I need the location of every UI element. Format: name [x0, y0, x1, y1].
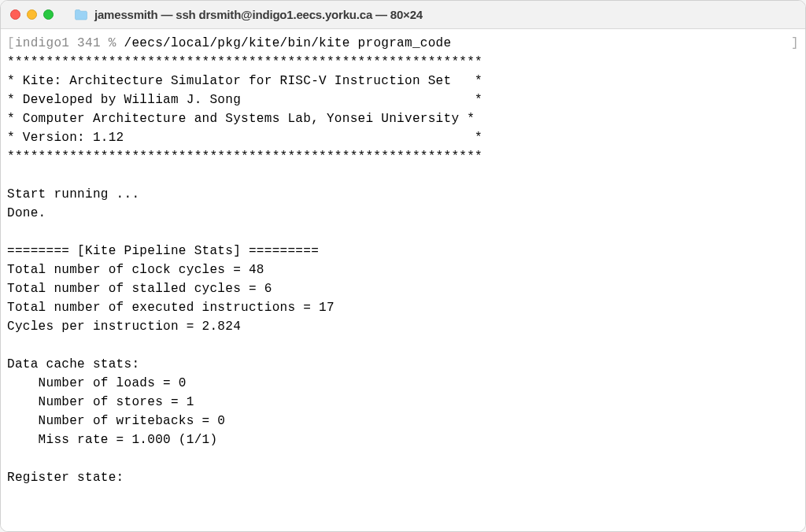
- banner-line: * Kite: Architecture Simulator for RISC-…: [7, 74, 482, 88]
- banner-line: * Version: 1.12 *: [7, 131, 482, 145]
- prompt-bracket-left: [: [7, 36, 15, 50]
- window-title: jamessmith — ssh drsmith@indigo1.eecs.yo…: [94, 8, 423, 21]
- cache-line: Number of loads = 0: [7, 376, 187, 390]
- cache-line: Number of writebacks = 0: [7, 414, 225, 428]
- terminal-window: jamessmith — ssh drsmith@indigo1.eecs.yo…: [0, 0, 806, 532]
- stat-line: Cycles per instruction = 2.824: [7, 320, 241, 334]
- banner-line: ****************************************…: [7, 150, 482, 164]
- window-controls: [10, 9, 54, 20]
- banner-line: ****************************************…: [7, 55, 482, 69]
- cache-line: Number of stores = 1: [7, 395, 194, 409]
- folder-icon: [74, 9, 88, 20]
- minimize-icon[interactable]: [27, 9, 37, 20]
- terminal-content[interactable]: [indigo1 341 % /eecs/local/pkg/kite/bin/…: [1, 29, 805, 531]
- prompt-host: indigo1 341 %: [15, 36, 124, 50]
- banner-line: * Developed by William J. Song *: [7, 93, 482, 107]
- output-line: Done.: [7, 206, 46, 220]
- prompt-command: /eecs/local/pkg/kite/bin/kite program_co…: [124, 36, 452, 50]
- titlebar[interactable]: jamessmith — ssh drsmith@indigo1.eecs.yo…: [1, 1, 805, 29]
- prompt-bracket-right: ]: [791, 34, 799, 53]
- stat-line: Total number of clock cycles = 48: [7, 263, 264, 277]
- cache-line: Miss rate = 1.000 (1/1): [7, 433, 217, 447]
- output-line: Start running ...: [7, 187, 139, 201]
- stat-line: Total number of executed instructions = …: [7, 301, 335, 315]
- zoom-icon[interactable]: [43, 9, 54, 20]
- close-icon[interactable]: [10, 9, 20, 20]
- cache-header: Data cache stats:: [7, 357, 139, 371]
- stat-line: Total number of stalled cycles = 6: [7, 282, 272, 296]
- banner-line: * Computer Architecture and Systems Lab,…: [7, 112, 475, 126]
- register-header: Register state:: [7, 471, 124, 485]
- stats-header: ======== [Kite Pipeline Stats] =========: [7, 244, 319, 258]
